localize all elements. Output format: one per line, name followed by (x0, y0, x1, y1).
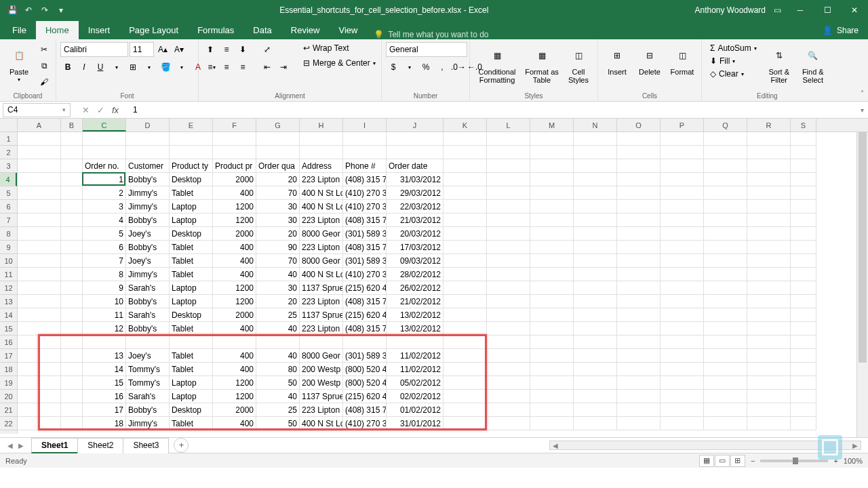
cell-F13[interactable]: 1200 (213, 295, 256, 308)
cell-J15[interactable]: 13/02/2012 (387, 322, 443, 336)
cell-B5[interactable] (61, 186, 83, 200)
column-header-K[interactable]: K (443, 119, 487, 131)
row-header-13[interactable]: 13 (0, 295, 17, 308)
sheet-tab-2[interactable]: Sheet2 (77, 438, 123, 453)
cell-F1[interactable] (213, 132, 256, 146)
find-select-button[interactable]: 🔍Find & Select (797, 42, 829, 87)
cell-G3[interactable]: Order qua (256, 159, 300, 173)
cell-C10[interactable]: 7 (83, 254, 126, 268)
cell-L6[interactable] (487, 200, 530, 214)
cell-S14[interactable] (791, 308, 816, 322)
cell-M8[interactable] (530, 227, 574, 241)
wrap-text-button[interactable]: ↩Wrap Text (299, 42, 380, 54)
cell-S22[interactable] (791, 417, 816, 430)
cell-H13[interactable]: 223 Lipton (300, 295, 343, 308)
cell-S4[interactable] (791, 173, 816, 186)
row-header-20[interactable]: 20 (0, 390, 17, 403)
cell-I11[interactable]: (410) 270 3 (343, 268, 387, 281)
cell-G16[interactable] (256, 336, 300, 349)
cell-K3[interactable] (443, 159, 487, 173)
cell-A15[interactable] (18, 322, 61, 336)
cell-C21[interactable]: 17 (83, 403, 126, 417)
cell-E11[interactable]: Tablet (170, 268, 213, 281)
cell-Q6[interactable] (704, 200, 747, 214)
cell-R20[interactable] (747, 390, 791, 403)
cut-button[interactable]: ✂ (37, 42, 52, 57)
cell-G20[interactable]: 40 (256, 390, 300, 403)
cell-M22[interactable] (530, 417, 574, 430)
font-size-select[interactable] (130, 42, 154, 57)
cell-P15[interactable] (660, 322, 704, 336)
cell-F11[interactable]: 400 (213, 268, 256, 281)
cell-I20[interactable]: (215) 620 4 (343, 390, 387, 403)
cell-I4[interactable]: (408) 315 7 (343, 173, 387, 186)
cell-O16[interactable] (617, 336, 660, 349)
cell-E18[interactable]: Tablet (170, 363, 213, 376)
cell-D7[interactable]: Bobby's (126, 214, 170, 227)
cell-K20[interactable] (443, 390, 487, 403)
border-dropdown[interactable]: ▾ (142, 60, 157, 75)
row-header-10[interactable]: 10 (0, 254, 17, 268)
cell-P16[interactable] (660, 336, 704, 349)
increase-decimal-button[interactable]: .0→ (451, 60, 466, 75)
cell-F17[interactable]: 400 (213, 349, 256, 363)
italic-button[interactable]: I (77, 60, 92, 75)
cell-S1[interactable] (791, 132, 816, 146)
cell-Q12[interactable] (704, 281, 747, 295)
cell-Q21[interactable] (704, 403, 747, 417)
cell-O18[interactable] (617, 363, 660, 376)
cell-J11[interactable]: 28/02/2012 (387, 268, 443, 281)
column-header-Q[interactable]: Q (704, 119, 747, 131)
cell-B17[interactable] (61, 349, 83, 363)
cell-S17[interactable] (791, 349, 816, 363)
cell-A13[interactable] (18, 295, 61, 308)
column-header-L[interactable]: L (487, 119, 530, 131)
cell-R19[interactable] (747, 376, 791, 390)
cell-E21[interactable]: Desktop (170, 403, 213, 417)
cell-B21[interactable] (61, 403, 83, 417)
cell-N3[interactable] (574, 159, 617, 173)
cell-Q14[interactable] (704, 308, 747, 322)
cell-D20[interactable]: Sarah's (126, 390, 170, 403)
cell-B8[interactable] (61, 227, 83, 241)
cell-S11[interactable] (791, 268, 816, 281)
accounting-dropdown[interactable]: ▾ (402, 60, 417, 75)
cell-M11[interactable] (530, 268, 574, 281)
cell-M13[interactable] (530, 295, 574, 308)
cell-M12[interactable] (530, 281, 574, 295)
cell-A7[interactable] (18, 214, 61, 227)
cell-E19[interactable]: Laptop (170, 376, 213, 390)
cell-K11[interactable] (443, 268, 487, 281)
cell-Q5[interactable] (704, 186, 747, 200)
cell-B4[interactable] (61, 173, 83, 186)
cell-S5[interactable] (791, 186, 816, 200)
cell-Q4[interactable] (704, 173, 747, 186)
cell-O3[interactable] (617, 159, 660, 173)
cell-F3[interactable]: Product pr (213, 159, 256, 173)
cell-B10[interactable] (61, 254, 83, 268)
cell-D21[interactable]: Bobby's (126, 403, 170, 417)
cell-S9[interactable] (791, 241, 816, 254)
align-top-button[interactable]: ⬆ (203, 42, 218, 57)
cell-L13[interactable] (487, 295, 530, 308)
cell-D5[interactable]: Jimmy's (126, 186, 170, 200)
cell-R4[interactable] (747, 173, 791, 186)
page-break-view-button[interactable]: ⊞ (730, 455, 745, 467)
cell-D15[interactable]: Bobby's (126, 322, 170, 336)
row-header-3[interactable]: 3 (0, 159, 17, 173)
cell-G22[interactable]: 50 (256, 417, 300, 430)
cell-A1[interactable] (18, 132, 61, 146)
cell-A12[interactable] (18, 281, 61, 295)
underline-button[interactable]: U (93, 60, 108, 75)
row-header-17[interactable]: 17 (0, 349, 17, 363)
cell-J5[interactable]: 29/03/2012 (387, 186, 443, 200)
cell-A11[interactable] (18, 268, 61, 281)
accept-formula-button[interactable]: ✓ (94, 105, 107, 115)
insert-cells-button[interactable]: ⊞Insert (602, 42, 632, 79)
cell-L21[interactable] (487, 403, 530, 417)
tab-home[interactable]: Home (36, 21, 79, 39)
cell-C4[interactable]: 1 (83, 173, 126, 186)
cell-A3[interactable] (18, 159, 61, 173)
cell-M21[interactable] (530, 403, 574, 417)
cell-L8[interactable] (487, 227, 530, 241)
